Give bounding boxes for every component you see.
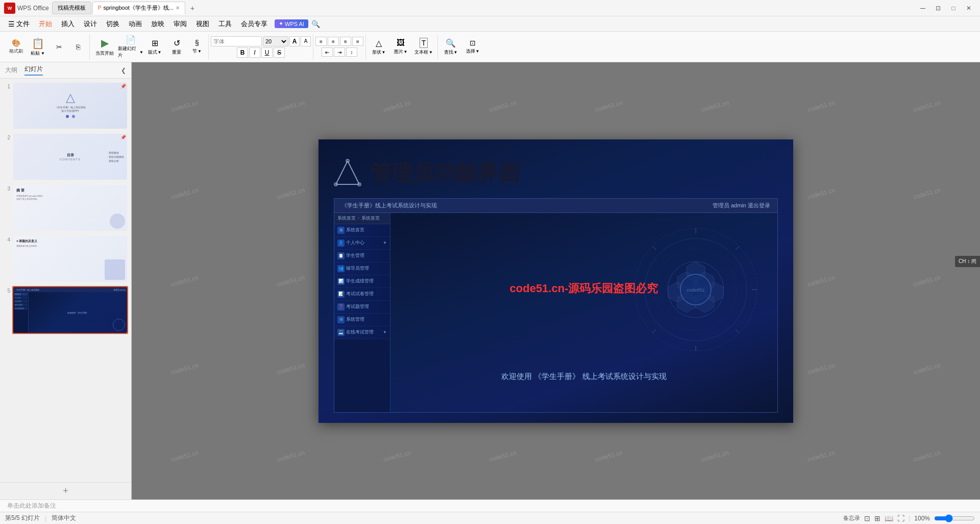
add-tab-btn[interactable]: +	[186, 2, 199, 14]
wps-ai-label: WPS AI	[285, 21, 304, 27]
menu-animation[interactable]: 动画	[125, 18, 146, 30]
admin-menu-item-8[interactable]: ⚙ 系统管理	[334, 314, 390, 326]
reset-btn[interactable]: ↺ 重置	[166, 34, 187, 60]
tab-close-icon[interactable]: ✕	[176, 5, 180, 11]
outline-tab[interactable]: 大纲	[5, 66, 17, 75]
pin-icon[interactable]: 📌	[120, 84, 126, 89]
font-family-input[interactable]	[211, 36, 262, 46]
close-btn[interactable]: ✕	[962, 3, 976, 14]
indent-decrease-btn[interactable]: ⇤	[322, 47, 333, 57]
font-size-select[interactable]: 20	[263, 36, 288, 46]
admin-menu-item-5[interactable]: 📊 学生成绩管理	[334, 275, 390, 288]
slide-thumb-2[interactable]: 目录 CONTENTS · 系统概述 · 系统功能模块 · 系统分析 📌	[12, 133, 128, 181]
menu-slideshow[interactable]: 放映	[147, 18, 168, 30]
slide-item-1[interactable]: 1 《学生手册》线上考试系统设计与实现PPT 📌	[3, 82, 128, 130]
font-size-decrease-btn[interactable]: A	[301, 36, 311, 46]
ch-badge[interactable]: CH ↕ 闭	[955, 256, 980, 267]
slide-num-2: 2	[3, 133, 10, 140]
file-menu[interactable]: ☰ 文件	[4, 18, 34, 30]
slide-thumb-5[interactable]: 《学生手册》线上考试系统 管理员 admin 系统首页 个人中心 学生管理 辅导…	[12, 286, 128, 334]
restore-btn[interactable]: ⊡	[931, 3, 945, 14]
admin-breadcrumb: 系统首页 › 系统首页	[334, 213, 390, 224]
slide-info: 第5/5 幻灯片	[5, 514, 40, 522]
align-right-btn[interactable]: ≡	[340, 37, 351, 46]
menu-transition[interactable]: 切换	[102, 18, 124, 30]
ppt-icon: P	[98, 5, 102, 11]
menu-insert[interactable]: 插入	[57, 18, 79, 30]
notes-placeholder[interactable]: 单击此处添加备注	[7, 502, 56, 510]
menu-tools[interactable]: 工具	[214, 18, 236, 30]
select-btn[interactable]: ⊡ 选择▼	[462, 34, 483, 60]
font-size-increase-btn[interactable]: A	[289, 36, 300, 46]
menu-view[interactable]: 视图	[192, 18, 213, 30]
minimize-btn[interactable]: ─	[916, 3, 930, 14]
justify-btn[interactable]: ≡	[352, 37, 363, 46]
paste-btn[interactable]: 📋 粘贴▼	[26, 34, 50, 60]
admin-menu-item-4[interactable]: 👥 辅导员管理	[334, 263, 390, 275]
slide-item-5[interactable]: 5 《学生手册》线上考试系统 管理员 admin 系统首页 个人中心 学生管理	[3, 286, 128, 334]
strikethrough-btn[interactable]: S	[274, 47, 285, 58]
bold-btn[interactable]: B	[237, 47, 248, 58]
align-left-btn[interactable]: ≡	[315, 37, 327, 46]
textbox-btn[interactable]: T 文本框▼	[412, 34, 435, 60]
tab-template[interactable]: 找稿壳模板	[52, 2, 91, 14]
vip-label: 会员专享	[241, 20, 267, 28]
toolbar-clipboard-group: 🎨 格式刷 📋 粘贴▼ ✂ ⎘	[4, 34, 90, 60]
indent-increase-btn[interactable]: ⇥	[334, 47, 345, 57]
slide-item-3[interactable]: 3 摘 要 本系统是基于springboot框架... 实现了线上考试的功能..…	[3, 184, 128, 232]
view-normal-btn[interactable]: ⊡	[864, 514, 870, 522]
right-controls: 备忘录 ⊡ ⊞ 📖 ⛶ | 100%	[843, 514, 975, 522]
admin-menu-item-3[interactable]: 📋 学生管理	[334, 250, 390, 263]
slide-thumb-4[interactable]: 4 课题的及意义 课题来源与意义的研究...	[12, 235, 128, 283]
wm-1: code51.cn	[132, 62, 247, 162]
underline-btn[interactable]: U	[261, 47, 273, 58]
notes-toggle-btn[interactable]: 备忘录	[843, 514, 860, 522]
admin-menu-item-9[interactable]: 💻 在线考试管理 ▼	[334, 326, 390, 339]
slide-thumb-3[interactable]: 摘 要 本系统是基于springboot框架... 实现了线上考试的功能...	[12, 184, 128, 232]
admin-menu-item-7[interactable]: ❓ 考试题管理	[334, 301, 390, 314]
menu-vip[interactable]: 会员专享	[237, 18, 272, 30]
notes-bar[interactable]: 单击此处添加备注	[0, 499, 980, 512]
maximize-btn[interactable]: □	[946, 3, 961, 14]
align-center-btn[interactable]: ≡	[328, 37, 339, 46]
admin-menu-item-1[interactable]: ⊞ 系统首页	[334, 224, 390, 237]
zoom-slider[interactable]	[934, 514, 975, 522]
line-spacing-btn[interactable]: ↕	[346, 47, 357, 57]
find-btn[interactable]: 🔍 查找▼	[440, 34, 461, 60]
add-slide-btn[interactable]: +	[0, 482, 131, 499]
format-paint-btn[interactable]: 🎨 格式刷	[6, 34, 26, 60]
wps-ai-btn[interactable]: ✦ WPS AI	[275, 19, 308, 28]
bottombar: 第5/5 幻灯片 | 简体中文 备忘录 ⊡ ⊞ 📖 ⛶ | 100%	[0, 512, 980, 524]
admin-menu-item-6[interactable]: 📝 考试试卷管理	[334, 288, 390, 301]
pin-icon-2[interactable]: 📌	[120, 135, 126, 140]
play-current-btn[interactable]: ▶ 当页开始	[92, 34, 117, 60]
menu-review[interactable]: 审阅	[169, 18, 191, 30]
slides-tab[interactable]: 幻灯片	[24, 65, 43, 76]
section-btn[interactable]: § 节▼	[188, 34, 206, 60]
search-btn[interactable]: 🔍	[311, 20, 320, 28]
menu-start[interactable]: 开始	[35, 18, 56, 30]
picture-btn[interactable]: 🖼 图片▼	[390, 34, 411, 60]
slide-canvas[interactable]: 管理员功能界面 《学生手册》线上考试系统设计与实现 管理员 admin 退出登录	[318, 139, 793, 423]
toolbar-para-group: ≡ ≡ ≡ ≡ ⇤ ⇥ ↕	[313, 34, 366, 60]
slideshow-label: 放映	[151, 20, 164, 28]
titlebar: W WPS Office 找稿壳模板 P springboot《学生手册》线..…	[0, 0, 980, 16]
admin-menu-item-2[interactable]: 👤 个人中心 ▼	[334, 237, 390, 250]
slide-thumb-1[interactable]: 《学生手册》线上考试系统设计与实现PPT 📌	[12, 82, 128, 130]
cut-btn[interactable]: ✂	[50, 34, 68, 60]
slide-item-4[interactable]: 4 4 课题的及意义 课题来源与意义的研究...	[3, 235, 128, 283]
slide-item-2[interactable]: 2 目录 CONTENTS · 系统概述 · 系统功能模块 · 系统分析	[3, 133, 128, 181]
menu-design[interactable]: 设计	[80, 18, 101, 30]
shapes-btn[interactable]: △ 形状▼	[368, 34, 389, 60]
tab-doc[interactable]: P springboot《学生手册》线... ✕	[92, 2, 185, 14]
view-slidesorter-btn[interactable]: ⊞	[874, 514, 880, 522]
layout-btn[interactable]: ⊞ 版式▼	[144, 34, 165, 60]
panel-collapse-btn[interactable]: ❮	[121, 67, 126, 74]
main-area: 大纲 幻灯片 ❮ 1 《学生手册》线上考试系统设计与实现PPT	[0, 62, 980, 499]
copy-btn[interactable]: ⎘	[69, 34, 87, 60]
svg-line-13	[652, 246, 656, 250]
italic-btn[interactable]: I	[249, 47, 260, 58]
view-fullscreen-btn[interactable]: ⛶	[897, 514, 904, 522]
view-reading-btn[interactable]: 📖	[885, 514, 893, 522]
new-slide-btn[interactable]: 📄 新建幻灯片▼	[118, 34, 143, 60]
